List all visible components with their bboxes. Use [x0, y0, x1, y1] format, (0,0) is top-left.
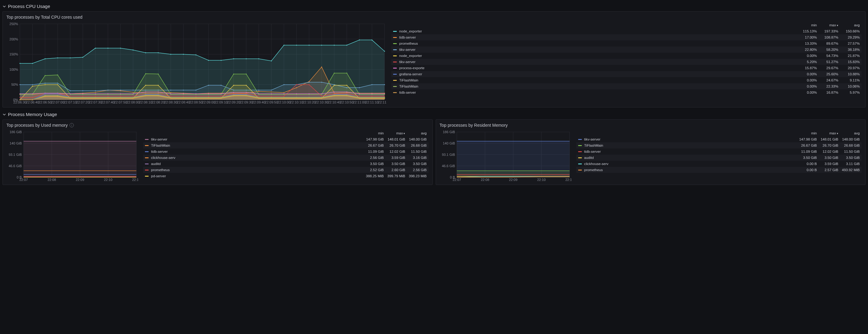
svg-point-353 [158, 95, 159, 96]
legend-row[interactable]: tikv-server147.98 GiB148.01 GiB148.00 Gi… [576, 136, 862, 142]
panel-title-text: Top processes by Used memory [6, 123, 68, 128]
legend-swatch [393, 68, 397, 69]
legend-row[interactable]: node_exporter115.13%197.33%150.66% [391, 28, 862, 34]
svg-text:22:08:10: 22:08:10 [139, 100, 152, 104]
legend-min: 17.00% [795, 35, 817, 39]
legend-row[interactable]: prometheus0.00 B2.57 GiB493.92 MiB [576, 167, 862, 173]
legend-row[interactable]: prometheus2.52 GiB2.60 GiB2.56 GiB [143, 167, 429, 173]
legend-row[interactable]: tidb-server0.00%16.87%5.97% [391, 90, 862, 96]
legend-header-avg[interactable]: avg [405, 131, 427, 135]
svg-text:46.6 GiB: 46.6 GiB [442, 164, 455, 168]
legend-swatch [145, 176, 149, 177]
svg-point-190 [371, 84, 372, 85]
section-toggle-cpu[interactable]: Process CPU Usage [2, 2, 866, 10]
legend-header-max[interactable]: max [384, 131, 405, 135]
svg-point-96 [321, 45, 322, 45]
legend-max: 16.87% [817, 91, 838, 94]
legend-header-min[interactable]: min [795, 23, 817, 27]
legend-min: 11.09 GiB [795, 150, 817, 154]
legend-swatch [145, 139, 149, 140]
legend-row[interactable]: TiFlashMain26.67 GiB26.70 GiB26.68 GiB [143, 142, 429, 148]
svg-point-253 [32, 93, 33, 94]
mem-used-chart[interactable]: 0 B46.6 GiB93.1 GiB140 GiB186 GiB22:0722… [6, 130, 138, 182]
svg-point-345 [57, 95, 58, 96]
svg-point-361 [258, 97, 259, 98]
svg-text:22:07: 22:07 [19, 178, 28, 181]
legend-avg: 5.97% [838, 91, 860, 94]
svg-point-177 [208, 85, 209, 86]
legend-row[interactable]: tikv-server22.80%58.20%38.18% [391, 46, 862, 53]
legend-row[interactable]: tikv-server5.20%51.27%15.83% [391, 59, 862, 65]
legend-avg: 26.68 GiB [405, 143, 427, 147]
legend-header-max[interactable]: max [817, 131, 838, 135]
legend-min: 115.13% [795, 29, 817, 33]
mem-res-chart[interactable]: 0 B46.6 GiB93.1 GiB140 GiB186 GiB22:0722… [440, 130, 571, 182]
svg-point-178 [221, 85, 221, 86]
svg-point-396 [321, 98, 322, 99]
info-icon[interactable]: i [69, 123, 74, 127]
svg-point-174 [170, 90, 171, 91]
legend-series-name: tikv-server [397, 48, 795, 52]
svg-point-237 [208, 96, 209, 97]
legend-row[interactable]: grafana-server0.00%25.60%10.88% [391, 71, 862, 77]
legend-row[interactable]: pd-server388.25 MiB399.79 MiB398.23 MiB [143, 173, 429, 179]
legend-row[interactable]: prometheus13.33%89.67%27.57% [391, 40, 862, 46]
legend-row[interactable]: tidb-server11.09 GiB12.02 GiB11.50 GiB [143, 148, 429, 155]
svg-point-209 [233, 85, 234, 86]
legend-row[interactable]: tikv-server147.98 GiB148.01 GiB148.00 Gi… [143, 136, 429, 142]
legend-row[interactable]: TiFlashMain0.00%22.33%10.06% [391, 83, 862, 90]
svg-text:22:11:20: 22:11:20 [378, 100, 386, 104]
legend-row[interactable]: auditd3.50 GiB3.50 GiB3.50 GiB [576, 155, 862, 161]
legend-avg: 3.50 GiB [405, 162, 427, 166]
legend-min: 11.09 GiB [363, 150, 384, 154]
svg-point-364 [296, 97, 297, 98]
legend-row[interactable]: TiFlashMain0.00%24.67%9.11% [391, 77, 862, 83]
legend-series-name: TiFlashMain [397, 78, 795, 82]
legend-row[interactable]: tidb-server17.00%108.87%29.29% [391, 34, 862, 40]
legend-row[interactable]: clickhouse-serv0.00 B3.59 GiB3.11 GiB [576, 161, 862, 167]
svg-text:22:07: 22:07 [453, 178, 461, 181]
legend-header-avg[interactable]: avg [838, 23, 860, 27]
svg-point-173 [158, 90, 159, 91]
legend-max: 29.67% [817, 66, 838, 70]
svg-point-275 [309, 93, 309, 94]
svg-point-365 [309, 97, 309, 98]
svg-point-367 [334, 95, 335, 96]
legend-row[interactable]: clickhouse-serv2.56 GiB3.59 GiB3.16 GiB [143, 155, 429, 161]
section-toggle-mem[interactable]: Process Memory Usage [2, 110, 866, 118]
svg-point-112 [145, 93, 146, 94]
panel-title[interactable]: Top processes by Resident Memory [440, 123, 862, 128]
panel-mem-res: Top processes by Resident Memory 0 B46.6… [436, 120, 866, 185]
legend-row[interactable]: auditd3.50 GiB3.50 GiB3.50 GiB [143, 161, 429, 167]
legend-header-min[interactable]: min [363, 131, 384, 135]
svg-text:186 GiB: 186 GiB [443, 130, 455, 134]
svg-point-378 [95, 98, 96, 99]
svg-point-358 [221, 97, 221, 98]
svg-point-263 [158, 92, 159, 93]
legend-row[interactable]: TiFlashMain26.67 GiB26.70 GiB26.68 GiB [576, 142, 862, 148]
svg-point-242 [271, 96, 272, 97]
svg-point-276 [321, 93, 322, 94]
legend-header-min[interactable]: min [795, 131, 817, 135]
cpu-chart[interactable]: 0%50%100%150%200%250%22:06:3022:06:4022:… [6, 22, 386, 105]
legend-swatch [393, 37, 397, 38]
svg-point-229 [107, 96, 108, 97]
svg-point-386 [195, 98, 196, 99]
svg-point-169 [107, 90, 108, 91]
legend-series-name: prometheus [583, 168, 796, 172]
legend-swatch [145, 164, 149, 164]
legend-header-avg[interactable]: avg [838, 131, 860, 135]
legend-row[interactable]: tidb-server11.09 GiB12.02 GiB11.50 GiB [576, 148, 862, 155]
legend-header-max[interactable]: max [817, 23, 838, 27]
svg-point-191 [384, 84, 385, 85]
panel-title[interactable]: Top processes by Total CPU cores used [6, 15, 862, 20]
svg-point-370 [371, 97, 372, 98]
panel-title[interactable]: Top processes by Used memory i [6, 123, 429, 128]
legend-row[interactable]: node_exporter0.00%54.73%21.87% [391, 53, 862, 59]
panel-title-text: Top processes by Total CPU cores used [6, 15, 83, 20]
svg-point-262 [145, 92, 146, 93]
legend-avg: 3.16 GiB [405, 156, 427, 160]
svg-point-188 [346, 87, 347, 88]
svg-point-393 [283, 98, 284, 99]
legend-row[interactable]: process-exporte15.87%29.67%20.97% [391, 65, 862, 71]
